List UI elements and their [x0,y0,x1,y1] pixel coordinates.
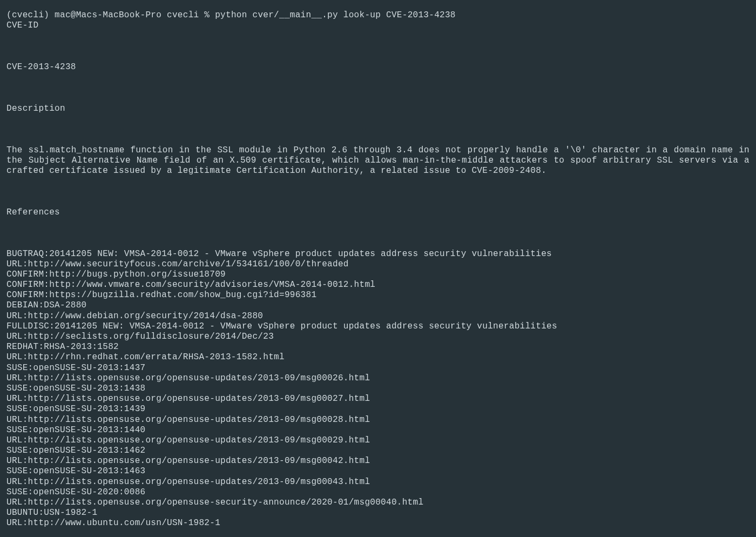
reference-line: URL:http://www.debian.org/security/2014/… [6,311,750,321]
blank-line [6,124,750,135]
reference-line: BUGTRAQ:20141205 NEW: VMSA-2014-0012 - V… [6,249,750,259]
prompt-prefix: (cvecli) mac@Macs-MacBook-Pro cvecli % [6,10,215,20]
blank-line [6,186,750,197]
reference-line: CONFIRM:https://bugzilla.redhat.com/show… [6,290,750,300]
reference-line: SUSE:openSUSE-SU-2013:1463 [6,466,750,476]
cve-id-label: CVE-ID [6,21,750,31]
reference-line: SUSE:openSUSE-SU-2013:1438 [6,384,750,394]
reference-line: URL:http://lists.opensuse.org/opensuse-u… [6,415,750,425]
prompt-command: python cver/__main__.py look-up CVE-2013… [215,10,456,20]
references-label: References [6,207,750,218]
blank-line [6,228,750,238]
reference-line: URL:http://lists.opensuse.org/opensuse-u… [6,435,750,446]
terminal-output[interactable]: (cvecli) mac@Macs-MacBook-Pro cvecli % p… [6,0,750,537]
cve-id-value: CVE-2013-4238 [6,62,750,72]
references-list: BUGTRAQ:20141205 NEW: VMSA-2014-0012 - V… [6,249,750,529]
reference-line: URL:http://lists.opensuse.org/opensuse-u… [6,456,750,466]
reference-line: FULLDISC:20141205 NEW: VMSA-2014-0012 - … [6,321,750,332]
reference-line: DEBIAN:DSA-2880 [6,300,750,311]
reference-line: SUSE:openSUSE-SU-2013:1439 [6,404,750,414]
reference-line: REDHAT:RHSA-2013:1582 [6,342,750,352]
description-label: Description [6,104,750,114]
reference-line: URL:http://lists.opensuse.org/opensuse-s… [6,498,750,508]
blank-line [6,83,750,93]
reference-line: URL:http://www.securityfocus.com/archive… [6,259,750,270]
shell-prompt: (cvecli) mac@Macs-MacBook-Pro cvecli % p… [6,10,456,20]
reference-line: CONFIRM:http://www.vmware.com/security/a… [6,280,750,290]
reference-line: URL:http://lists.opensuse.org/opensuse-u… [6,394,750,404]
reference-line: CONFIRM:http://bugs.python.org/issue1870… [6,270,750,280]
reference-line: SUSE:openSUSE-SU-2013:1462 [6,446,750,456]
description-text: The ssl.match_hostname function in the S… [6,145,750,177]
reference-line: SUSE:openSUSE-SU-2013:1437 [6,363,750,373]
reference-line: UBUNTU:USN-1982-1 [6,508,750,518]
blank-line [6,42,750,52]
reference-line: SUSE:openSUSE-SU-2013:1440 [6,425,750,435]
reference-line: URL:http://lists.opensuse.org/opensuse-u… [6,373,750,384]
reference-line: URL:http://www.ubuntu.com/usn/USN-1982-1 [6,518,750,528]
reference-line: SUSE:openSUSE-SU-2020:0086 [6,487,750,498]
reference-line: URL:http://seclists.org/fulldisclosure/2… [6,332,750,342]
reference-line: URL:http://rhn.redhat.com/errata/RHSA-20… [6,352,750,363]
reference-line: URL:http://lists.opensuse.org/opensuse-u… [6,477,750,487]
